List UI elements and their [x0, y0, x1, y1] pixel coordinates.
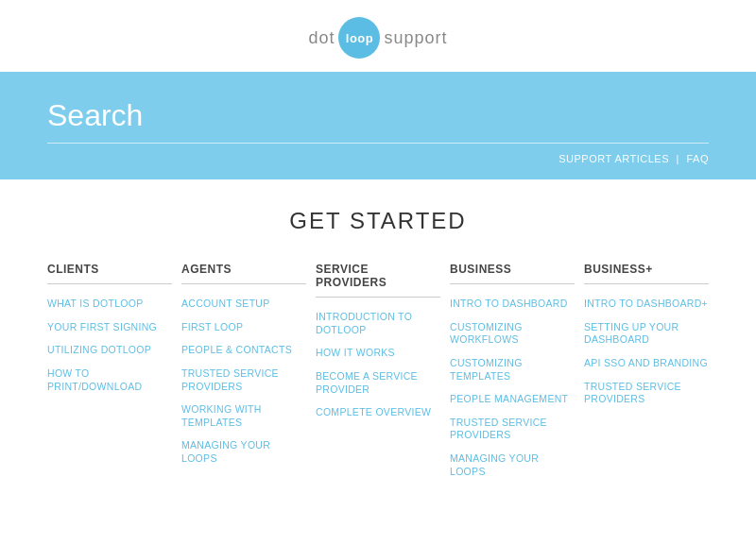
col-link-3-0[interactable]: INTRO TO DASHBOARD	[450, 298, 575, 311]
banner-nav: SUPPORT ARTICLES | FAQ	[47, 153, 709, 164]
col-link-3-4[interactable]: TRUSTED SERVICE PROVIDERS	[450, 417, 575, 442]
column-business-: BUSINESS+INTRO TO DASHBOARD+SETTING UP Y…	[584, 263, 709, 488]
col-link-3-3[interactable]: PEOPLE MANAGEMENT	[450, 393, 575, 406]
support-articles-link[interactable]: SUPPORT ARTICLES	[558, 153, 669, 164]
col-link-3-1[interactable]: CUSTOMIZING WORKFLOWS	[450, 321, 575, 347]
nav-separator: |	[677, 153, 679, 164]
search-banner: Search SUPPORT ARTICLES | FAQ	[0, 72, 756, 179]
col-link-4-3[interactable]: TRUSTED SERVICE PROVIDERS	[584, 381, 709, 406]
column-header-4: BUSINESS+	[584, 263, 709, 284]
col-link-3-2[interactable]: CUSTOMIZING TEMPLATES	[450, 357, 575, 383]
col-link-2-3[interactable]: COMPLETE OVERVIEW	[316, 406, 440, 419]
get-started-title: GET STARTED	[47, 208, 709, 234]
column-business: BUSINESSINTRO TO DASHBOARDCUSTOMIZING WO…	[450, 263, 584, 488]
col-link-1-1[interactable]: FIRST LOOP	[181, 321, 306, 334]
main-content: GET STARTED CLIENTSWHAT IS DOTLOOPYOUR F…	[0, 179, 756, 526]
logo: dot loop support	[308, 17, 447, 59]
col-link-4-2[interactable]: API SSO AND BRANDING	[584, 357, 709, 370]
col-link-3-5[interactable]: MANAGING YOUR LOOPS	[450, 452, 575, 478]
column-header-2: SERVICE PROVIDERS	[316, 263, 440, 298]
col-link-1-5[interactable]: MANAGING YOUR LOOPS	[181, 439, 306, 465]
banner-divider	[47, 143, 709, 144]
header: dot loop support	[0, 0, 756, 72]
column-header-0: CLIENTS	[47, 263, 172, 284]
col-link-0-2[interactable]: UTILIZING DOTLOOP	[47, 344, 172, 357]
logo-support: support	[384, 28, 447, 48]
column-clients: CLIENTSWHAT IS DOTLOOPYOUR FIRST SIGNING…	[47, 263, 181, 488]
col-link-2-2[interactable]: BECOME A SERVICE PROVIDER	[316, 370, 440, 396]
col-link-1-0[interactable]: ACCOUNT SETUP	[181, 298, 306, 311]
column-header-3: BUSINESS	[450, 263, 575, 284]
col-link-1-3[interactable]: TRUSTED SERVICE PROVIDERS	[181, 367, 306, 393]
logo-dot: dot	[308, 28, 335, 48]
col-link-2-1[interactable]: HOW IT WORKS	[316, 347, 440, 360]
column-agents: AGENTSACCOUNT SETUPFIRST LOOPPEOPLE & CO…	[181, 263, 316, 488]
columns-grid: CLIENTSWHAT IS DOTLOOPYOUR FIRST SIGNING…	[47, 263, 709, 488]
col-link-0-3[interactable]: HOW TO PRINT/DOWNLOAD	[47, 367, 172, 393]
col-link-4-0[interactable]: INTRO TO DASHBOARD+	[584, 298, 709, 311]
faq-link[interactable]: FAQ	[686, 153, 709, 164]
col-link-0-1[interactable]: YOUR FIRST SIGNING	[47, 321, 172, 334]
col-link-4-1[interactable]: SETTING UP YOUR DASHBOARD	[584, 321, 709, 347]
column-service-providers: SERVICE PROVIDERSINTRODUCTION TO DOTLOOP…	[316, 263, 450, 488]
col-link-1-4[interactable]: WORKING WITH TEMPLATES	[181, 403, 306, 429]
col-link-0-0[interactable]: WHAT IS DOTLOOP	[47, 298, 172, 311]
col-link-2-0[interactable]: INTRODUCTION TO DOTLOOP	[316, 311, 440, 336]
column-header-1: AGENTS	[181, 263, 306, 284]
search-title: Search	[47, 98, 709, 133]
logo-loop[interactable]: loop	[338, 17, 380, 59]
col-link-1-2[interactable]: PEOPLE & CONTACTS	[181, 344, 306, 357]
